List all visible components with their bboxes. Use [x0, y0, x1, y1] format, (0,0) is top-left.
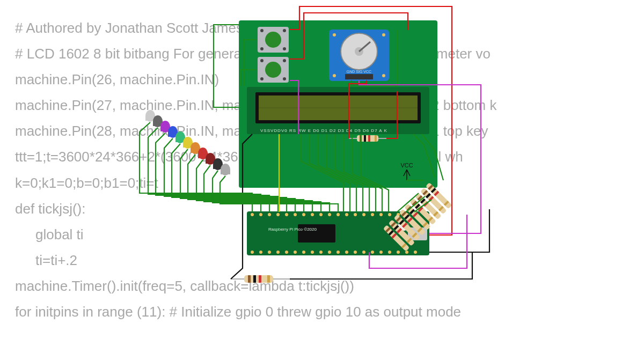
code-line: global ti [15, 222, 644, 247]
code-line: machine.Pin(27, machine.Pin.IN, machine.… [15, 92, 644, 118]
code-line: # LCD 1602 8 bit bitbang For general pur… [15, 41, 644, 67]
code-line: machine.Pin(28, machine.Pin.IN, machine.… [15, 118, 644, 144]
code-line: def tickjsj(): [15, 196, 644, 222]
code-line: for initpins in range (11): # Initialize… [15, 299, 644, 325]
code-background: # Authored by Jonathan Scott James the g… [15, 15, 644, 325]
code-line: ti=ti+.2 [15, 247, 644, 273]
code-line: machine.Timer().init(freq=5, callback=la… [15, 273, 644, 299]
code-line: # Authored by Jonathan Scott James the g… [15, 15, 644, 41]
code-line: k=0;k1=0;b=0;b1=0;ti=t [15, 170, 644, 196]
code-line: ttt=1;t=3600*24*366+2*(3600*24*365)# pyt… [15, 144, 644, 170]
code-line: machine.Pin(26, machine.Pin.IN) [15, 67, 644, 92]
